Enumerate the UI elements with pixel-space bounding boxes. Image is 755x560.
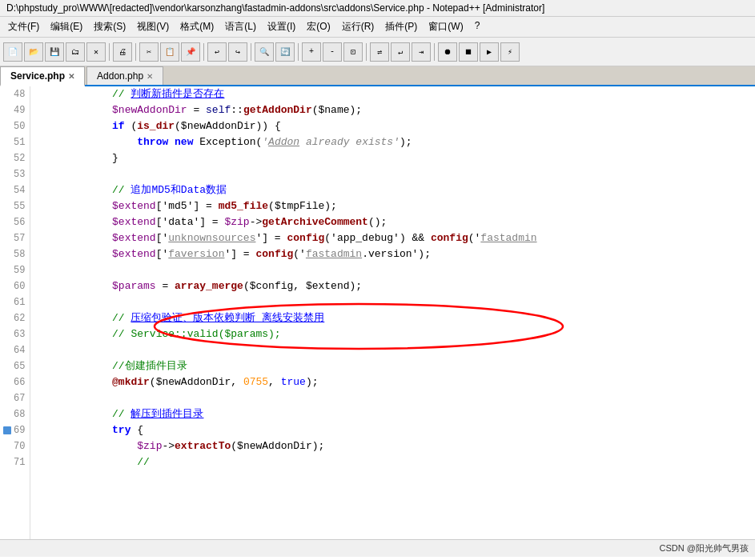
toolbar-zoomreset[interactable]: ⊡ xyxy=(343,42,363,62)
code-line-54: // 追加MD5和Data数据 xyxy=(37,182,755,198)
line-num-66: 66 xyxy=(3,374,25,390)
line-num-53: 53 xyxy=(3,166,25,182)
toolbar-macro-play[interactable]: ▶ xyxy=(480,42,499,62)
line-numbers: 48 49 50 51 52 53 54 55 56 57 58 59 60 6… xyxy=(0,86,30,539)
code-line-68: // 解压到插件目录 xyxy=(37,406,755,422)
code-line-66: @mkdir($newAddonDir, 0755, true); xyxy=(37,374,755,390)
editor: 48 49 50 51 52 53 54 55 56 57 58 59 60 6… xyxy=(0,86,755,539)
code-line-65: //创建插件目录 xyxy=(37,358,755,374)
code-line-51: throw new Exception('Addon already exist… xyxy=(37,134,755,150)
menu-view[interactable]: 视图(V) xyxy=(132,18,174,35)
toolbar-cut[interactable]: ✂ xyxy=(139,42,159,62)
menu-help[interactable]: ? xyxy=(470,18,485,35)
tab-addon-close[interactable]: ✕ xyxy=(147,72,153,81)
toolbar-print[interactable]: 🖨 xyxy=(113,42,132,62)
tab-service[interactable]: Service.php ✕ xyxy=(0,66,85,86)
menu-window[interactable]: 窗口(W) xyxy=(424,18,468,35)
line-num-55: 55 xyxy=(3,198,25,214)
toolbar-macro-rec[interactable]: ⏺ xyxy=(438,42,457,62)
line-num-62: 62 xyxy=(3,310,25,326)
toolbar-macro-stop[interactable]: ⏹ xyxy=(459,42,478,62)
tab-addon[interactable]: Addon.php ✕ xyxy=(86,66,163,85)
code-line-59 xyxy=(37,262,755,278)
line-num-59: 59 xyxy=(3,262,25,278)
toolbar-sep2 xyxy=(135,43,136,61)
toolbar-new[interactable]: 📄 xyxy=(3,42,22,62)
menu-bar: 文件(F) 编辑(E) 搜索(S) 视图(V) 格式(M) 语言(L) 设置(I… xyxy=(0,17,755,38)
line-num-64: 64 xyxy=(3,342,25,358)
line-num-48: 48 xyxy=(3,86,25,102)
menu-format[interactable]: 格式(M) xyxy=(175,18,219,35)
menu-search[interactable]: 搜索(S) xyxy=(89,18,131,35)
menu-edit[interactable]: 编辑(E) xyxy=(46,18,87,35)
menu-file[interactable]: 文件(F) xyxy=(3,18,44,35)
toolbar-copy[interactable]: 📋 xyxy=(160,42,179,62)
status-text: CSDN @阳光帅气男孩 xyxy=(660,542,749,554)
toolbar-open[interactable]: 📂 xyxy=(24,42,43,62)
line-num-50: 50 xyxy=(3,118,25,134)
code-line-62: // 压缩包验证、版本依赖判断 离线安装禁用 xyxy=(37,310,755,326)
line-num-56: 56 xyxy=(3,214,25,230)
code-line-60: $params = array_merge($config, $extend); xyxy=(37,278,755,294)
code-line-53 xyxy=(37,166,755,182)
line-num-65: 65 xyxy=(3,358,25,374)
code-line-63: // Service::valid($params); xyxy=(37,326,755,342)
code-line-52: } xyxy=(37,150,755,166)
toolbar-sep5 xyxy=(298,43,299,61)
toolbar: 📄 📂 💾 🗂 ✕ 🖨 ✂ 📋 📌 ↩ ↪ 🔍 🔄 + - ⊡ ⇌ ↵ ⇥ ⏺ … xyxy=(0,38,755,66)
toolbar-run[interactable]: ⚡ xyxy=(500,42,520,62)
toolbar-sep4 xyxy=(251,43,251,61)
toolbar-indent[interactable]: ⇥ xyxy=(412,42,431,62)
code-line-67 xyxy=(37,390,755,406)
title-text: D:\phpstudy_pro\WWW\[redacted]\vendor\ka… xyxy=(6,2,544,14)
code-line-56: $extend['data'] = $zip->getArchiveCommen… xyxy=(37,214,755,230)
toolbar-zoomout[interactable]: - xyxy=(323,42,342,62)
toolbar-sep3 xyxy=(203,43,204,61)
line-num-63: 63 xyxy=(3,326,25,342)
toolbar-wordwrap[interactable]: ↵ xyxy=(391,42,410,62)
line-num-70: 70 xyxy=(3,438,25,454)
code-line-49: $newAddonDir = self::getAddonDir($name); xyxy=(37,102,755,118)
line-num-49: 49 xyxy=(3,102,25,118)
code-line-70: $zip->extractTo($newAddonDir); xyxy=(37,438,755,454)
code-line-61 xyxy=(37,294,755,310)
code-line-71: // xyxy=(37,454,755,470)
line-num-51: 51 xyxy=(3,134,25,150)
toolbar-replace[interactable]: 🔄 xyxy=(275,42,295,62)
code-line-48: // 判断新插件是否存在 xyxy=(37,86,755,102)
toolbar-redo[interactable]: ↪ xyxy=(228,42,247,62)
toolbar-sep1 xyxy=(109,43,110,61)
line-num-71: 71 xyxy=(3,454,25,470)
toolbar-saveall[interactable]: 🗂 xyxy=(66,42,85,62)
tab-service-close[interactable]: ✕ xyxy=(68,72,74,81)
line-num-68: 68 xyxy=(3,406,25,422)
line-num-60: 60 xyxy=(3,278,25,294)
code-line-55: $extend['md5'] = md5_file($tmpFile); xyxy=(37,198,755,214)
toolbar-paste[interactable]: 📌 xyxy=(181,42,200,62)
code-content[interactable]: // 判断新插件是否存在 $newAddonDir = self::getAdd… xyxy=(30,86,755,539)
code-line-58: $extend['faversion'] = config('fastadmin… xyxy=(37,246,755,262)
line-num-54: 54 xyxy=(3,182,25,198)
tab-bar: Service.php ✕ Addon.php ✕ xyxy=(0,66,755,86)
toolbar-find[interactable]: 🔍 xyxy=(255,42,274,62)
tab-addon-label: Addon.php xyxy=(97,70,143,82)
toolbar-close[interactable]: ✕ xyxy=(86,42,106,62)
toolbar-save[interactable]: 💾 xyxy=(45,42,64,62)
toolbar-sep7 xyxy=(434,43,435,61)
toolbar-sync[interactable]: ⇌ xyxy=(370,42,389,62)
line-num-69: 69 xyxy=(3,422,25,438)
toolbar-undo[interactable]: ↩ xyxy=(207,42,227,62)
toolbar-zoomin[interactable]: + xyxy=(302,42,321,62)
line-num-57: 57 xyxy=(3,230,25,246)
menu-language[interactable]: 语言(L) xyxy=(220,18,261,35)
line-num-58: 58 xyxy=(3,246,25,262)
menu-settings[interactable]: 设置(I) xyxy=(263,18,300,35)
title-bar: D:\phpstudy_pro\WWW\[redacted]\vendor\ka… xyxy=(0,0,755,17)
code-line-69: try { xyxy=(37,422,755,438)
menu-run[interactable]: 运行(R) xyxy=(337,18,380,35)
tab-service-label: Service.php xyxy=(10,70,65,82)
menu-macro[interactable]: 宏(O) xyxy=(302,18,335,35)
code-line-64 xyxy=(37,342,755,358)
menu-plugins[interactable]: 插件(P) xyxy=(380,18,422,35)
code-line-57: $extend['unknownsources'] = config('app_… xyxy=(37,230,755,246)
